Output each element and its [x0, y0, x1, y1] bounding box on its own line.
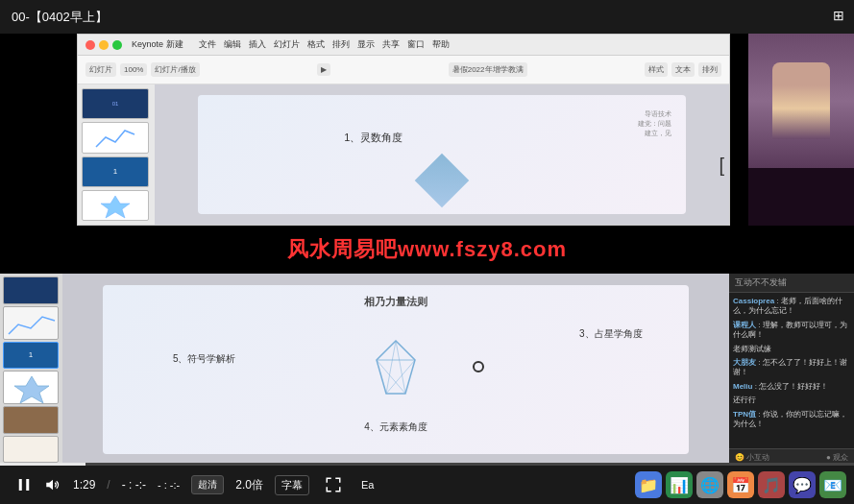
- menu-arrange[interactable]: 排列: [332, 38, 350, 51]
- play-pause-button[interactable]: [15, 476, 33, 493]
- toolbar-navigate[interactable]: 幻灯片/播放: [151, 62, 199, 77]
- dock-icon-2[interactable]: 📊: [666, 471, 693, 498]
- menu-share[interactable]: 共享: [382, 38, 400, 51]
- dock-icon-4[interactable]: 📅: [727, 471, 754, 498]
- toolbar-format[interactable]: 样式: [645, 62, 668, 77]
- toolbar-text[interactable]: 文本: [671, 62, 695, 77]
- lower-canvas: 相乃力量法则 5、符号学解析 3、占星学角度 4、元素素角度: [62, 274, 729, 466]
- subtitle-button[interactable]: 字幕: [275, 475, 309, 495]
- menu-edit[interactable]: 编辑: [224, 38, 241, 51]
- chat-message-6: 还行行: [733, 396, 850, 405]
- chat-message-1: Cassioprea : 老师，后面啥的什么，为什么忘记！: [733, 297, 850, 317]
- dock-icon-1[interactable]: 📁: [635, 471, 662, 498]
- maximize-button[interactable]: [112, 40, 122, 50]
- dock-icon-7[interactable]: 📧: [819, 471, 846, 498]
- volume-icon: [44, 476, 61, 493]
- slides-panel-upper: 01 1: [78, 84, 155, 225]
- slide-thumb-2[interactable]: [82, 122, 149, 153]
- toolbar-arrange2[interactable]: 排列: [698, 62, 721, 77]
- slide-thumb-4[interactable]: [82, 190, 149, 221]
- total-time: - : -:-: [122, 478, 146, 492]
- main-content: Keynote 新建 文件 编辑 插入 幻灯片 格式 排列 显示 共享 窗口 帮…: [0, 34, 854, 466]
- chat-message-4: 大朋友 : 怎不么了了！好好上！谢谢！: [733, 358, 850, 378]
- svg-marker-0: [101, 196, 130, 218]
- slide-upper: 导语技术 建党：问题 建立，见 1、灵数角度: [198, 95, 686, 214]
- time-separator: /: [107, 478, 110, 492]
- diamond-lower-svg: [353, 331, 439, 408]
- lower-slide-4[interactable]: [3, 371, 59, 404]
- menu-window[interactable]: 窗口: [407, 38, 425, 51]
- keynote-canvas-upper: 导语技术 建党：问题 建立，见 1、灵数角度 [: [155, 84, 729, 225]
- dock-icon-3[interactable]: 🌐: [696, 471, 723, 498]
- chat-message-2: 课程人 : 理解，教师可以理可，为什么啊！: [733, 321, 850, 341]
- keynote-toolbar: 幻灯片 100% 幻灯片/播放 ▶ 暑假2022年增学教满 样式 文本 排列: [78, 56, 729, 84]
- slide-thumb-1[interactable]: 01: [82, 88, 149, 119]
- toolbar-zoom[interactable]: 100%: [120, 63, 147, 76]
- top-bar-title: 00-【0402早上】: [12, 9, 108, 26]
- slide-thumb-3[interactable]: 1: [82, 156, 149, 187]
- keynote-menubar: Keynote 新建 文件 编辑 插入 幻灯片 格式 排列 显示 共享 窗口 帮…: [78, 35, 729, 56]
- chat-content-6: 还行行: [733, 396, 756, 404]
- pause-icon: [15, 476, 33, 493]
- chat-username-4: 大朋友: [733, 358, 756, 367]
- speed-indicator[interactable]: Ea: [361, 479, 374, 491]
- dock-icon-5[interactable]: 🎵: [758, 471, 785, 498]
- slide-label-3: 3、占星学角度: [579, 327, 643, 341]
- lower-slide-2[interactable]: [3, 306, 59, 340]
- top-bar: 00-【0402早上】 ⊞: [0, 0, 854, 34]
- chat-message-5: Meliu : 怎么没了！好好好！: [733, 382, 850, 392]
- lower-slide-3[interactable]: 1: [3, 342, 59, 370]
- slide-lower: 相乃力量法则 5、符号学解析 3、占星学角度 4、元素素角度: [103, 285, 690, 454]
- svg-marker-10: [46, 480, 53, 491]
- chat-messages-list: Cassioprea : 老师，后面啥的什么，为什么忘记！ 课程人 : 理解，教…: [729, 293, 854, 448]
- chat-username-5: Meliu: [733, 382, 752, 391]
- current-time: 1:29: [73, 478, 95, 492]
- app-name: Keynote 新建: [132, 38, 183, 51]
- keynote-body: 01 1 导语技术 建党：问题: [78, 84, 729, 225]
- bracket-cursor: [: [719, 155, 724, 177]
- menu-insert[interactable]: 插入: [249, 38, 266, 51]
- svg-marker-1: [14, 376, 49, 403]
- lower-slide-6[interactable]: [3, 436, 59, 464]
- menu-help[interactable]: 帮助: [432, 38, 450, 51]
- toolbar-title: 暑假2022年增学教满: [449, 62, 527, 77]
- chat-panel: 互动不不发辅 Cassioprea : 老师，后面啥的什么，为什么忘记！ 课程人…: [729, 274, 854, 466]
- volume-button[interactable]: [44, 476, 61, 493]
- dock-icon-6[interactable]: 💬: [789, 471, 816, 498]
- expand-icon[interactable]: ⊞: [833, 8, 844, 23]
- keynote-upper-window: Keynote 新建 文件 编辑 插入 幻灯片 格式 排列 显示 共享 窗口 帮…: [77, 34, 730, 226]
- toolbar-play[interactable]: ▶: [317, 63, 330, 76]
- keynote-lower-window: 1 相乃力量法则: [0, 274, 729, 466]
- menu-format[interactable]: 格式: [307, 38, 325, 51]
- camera-feed-upper: [748, 34, 854, 226]
- slide-label-5: 5、符号学解析: [173, 352, 236, 366]
- zoom-level: 2.0倍: [235, 477, 263, 493]
- menu-bar: 文件 编辑 插入 幻灯片 格式 排列 显示 共享 窗口 帮助: [199, 38, 450, 51]
- app-dock: 📁 📊 🌐 📅 🎵 💬 📧: [627, 466, 854, 504]
- fullscreen-button[interactable]: [325, 476, 342, 493]
- chat-username-1: Cassioprea: [733, 297, 774, 305]
- chat-message-7: TPN值 : 你说，你的可以忘记嘛，为什么！: [733, 410, 850, 430]
- menu-view[interactable]: 显示: [357, 38, 375, 51]
- menu-file[interactable]: 文件: [199, 38, 216, 51]
- menu-slide[interactable]: 幻灯片: [274, 38, 300, 51]
- chat-viewer-count: ● 观众: [826, 452, 848, 463]
- svg-rect-9: [26, 479, 29, 491]
- close-button[interactable]: [85, 40, 95, 50]
- toolbar-add-slide[interactable]: 幻灯片: [85, 62, 116, 77]
- watermark-text: 风水周易吧www.fszy8.com: [287, 235, 567, 264]
- control-bar: 1:29 / - : -:- - : -:- 超清 2.0倍 字幕 Ea 📁 📊…: [0, 466, 854, 504]
- quality-button[interactable]: 超清: [191, 475, 224, 494]
- chat-header: 互动不不发辅: [729, 274, 854, 293]
- lower-slide-1[interactable]: [3, 276, 59, 304]
- chat-emoji-btn[interactable]: 😊 小互动: [735, 452, 769, 463]
- lower-slide-5[interactable]: [3, 406, 59, 434]
- minimize-button[interactable]: [99, 40, 109, 50]
- camera-bottom: [748, 168, 854, 226]
- presenter-face-upper: [748, 34, 854, 168]
- cursor-dot: [473, 361, 484, 372]
- speed-label: - : -:-: [158, 479, 180, 491]
- lower-section: 1 相乃力量法则: [0, 274, 854, 466]
- watermark-banner: 风水周易吧www.fszy8.com: [0, 226, 854, 274]
- slide-text-1: 1、灵数角度: [344, 131, 403, 145]
